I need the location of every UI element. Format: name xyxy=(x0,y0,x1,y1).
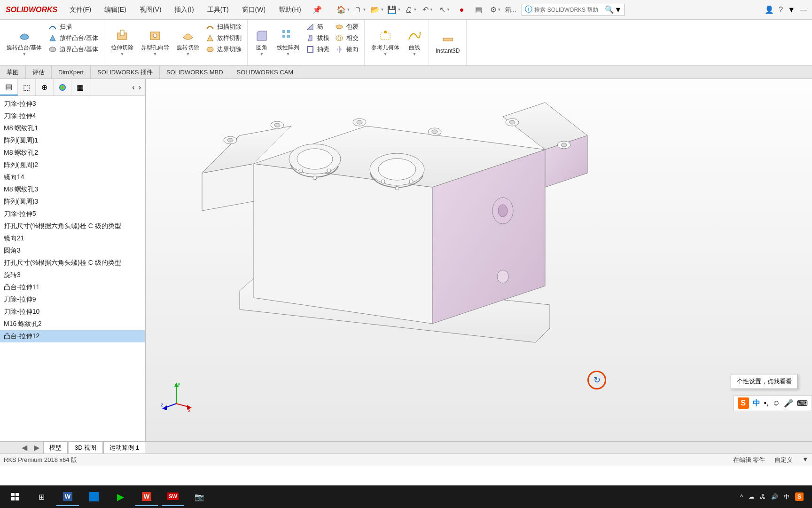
ime-punct-icon[interactable]: •, xyxy=(764,399,769,407)
taskview-icon[interactable]: ⊞ xyxy=(30,487,53,506)
ime-emoji-icon[interactable]: ☺ xyxy=(773,399,780,407)
menu-edit[interactable]: 编辑(E) xyxy=(98,0,133,19)
tab-mbd[interactable]: SOLIDWORKS MBD xyxy=(160,66,230,79)
feature-tree-tab-icon[interactable]: ▤ xyxy=(0,79,18,95)
tree-item[interactable]: 刀除-拉伸4 xyxy=(0,110,145,122)
user-icon[interactable]: 👤 xyxy=(765,5,774,14)
save-icon[interactable]: 💾▼ xyxy=(387,3,402,16)
tree-item[interactable]: 打孔尺寸(%根据六角头螺)栓 C 级的类型 xyxy=(0,220,145,232)
ime-mic-icon[interactable]: 🎤 xyxy=(784,399,793,408)
tree-item[interactable]: 阵列(圆周)2 xyxy=(0,159,145,171)
tree-item[interactable]: 凸台-拉伸11 xyxy=(0,281,145,294)
3d-viewport[interactable]: y x z ↻ xyxy=(146,79,812,441)
popup-tip[interactable]: 个性设置，点我看看 xyxy=(731,374,798,389)
tree-item[interactable]: M8 螺纹孔1 xyxy=(0,122,145,135)
select-icon[interactable]: ↖▼ xyxy=(437,3,453,16)
boundary-boss-button[interactable]: 边界凸台/基体 xyxy=(46,44,101,55)
intersect-button[interactable]: 相交 xyxy=(332,33,361,43)
extrude-cut-button[interactable]: 拉伸切除 ▼ xyxy=(107,22,137,64)
menu-file[interactable]: 文件(F) xyxy=(63,0,98,19)
menu-insert[interactable]: 插入(I) xyxy=(168,0,200,19)
tab-evaluate[interactable]: 评估 xyxy=(26,66,52,79)
help-drop-icon[interactable]: ▼ xyxy=(788,6,795,14)
instant3d-button[interactable]: Instant3D xyxy=(432,30,463,56)
ref-geom-button[interactable]: 参考几何体 ▼ xyxy=(367,22,403,64)
rebuild-icon[interactable]: ● xyxy=(454,3,469,16)
menu-view[interactable]: 视图(V) xyxy=(133,0,168,19)
rib-button[interactable]: 筋 xyxy=(303,22,332,32)
camera-icon[interactable]: 📷 xyxy=(188,487,211,506)
tree-item[interactable]: 镜向21 xyxy=(0,232,145,245)
tree-item[interactable]: 刀除-拉伸10 xyxy=(0,306,145,318)
tree-item[interactable]: 旋转3 xyxy=(0,269,145,281)
tray-cloud-icon[interactable]: ☁ xyxy=(749,493,754,500)
next-tab-icon[interactable]: › xyxy=(137,83,143,92)
tabs-right-icon[interactable]: ▶ xyxy=(31,443,42,452)
ime-lang[interactable]: 中 xyxy=(753,398,760,408)
tree-item[interactable]: 刀除-拉伸5 xyxy=(0,208,145,220)
tree-item[interactable]: M8 螺纹孔2 xyxy=(0,147,145,159)
search-box[interactable]: ⓘ 🔍▼ xyxy=(522,4,625,16)
curves-button[interactable]: 曲线 ▼ xyxy=(403,22,426,64)
tab-addins[interactable]: SOLIDWORKS 插件 xyxy=(91,66,160,79)
inspect-tab-icon[interactable]: ▦ xyxy=(71,79,89,95)
sweep-cut-button[interactable]: 扫描切除 xyxy=(203,22,244,32)
tree-item[interactable]: M8 螺纹孔3 xyxy=(0,183,145,196)
tray-up-icon[interactable]: ^ xyxy=(740,493,743,500)
tree-item[interactable]: 圆角3 xyxy=(0,245,145,257)
undo-icon[interactable]: ↶▼ xyxy=(421,3,436,16)
open-icon[interactable]: 📂▼ xyxy=(370,3,385,16)
menu-window[interactable]: 窗口(W) xyxy=(235,0,273,19)
tab-dimxpert[interactable]: DimXpert xyxy=(52,66,91,79)
wps-icon[interactable]: W xyxy=(135,487,158,506)
orientation-triad[interactable]: y x z xyxy=(160,380,193,413)
appearance-tab-icon[interactable] xyxy=(54,79,71,95)
feature-tree[interactable]: 刀除-拉伸3刀除-拉伸4M8 螺纹孔1阵列(圆周)1M8 螺纹孔2阵列(圆周)2… xyxy=(0,96,145,441)
tree-item[interactable]: 镜向14 xyxy=(0,171,145,183)
loft-cut-button[interactable]: 放样切割 xyxy=(203,33,244,43)
ime-keyboard-icon[interactable]: ⌨ xyxy=(797,399,808,408)
tree-item[interactable]: 凸台-拉伸12 xyxy=(0,330,145,342)
revolve-boss-button[interactable]: 旋转凸台/基体 ▼ xyxy=(3,22,46,64)
start-icon[interactable] xyxy=(4,487,26,506)
fillet-button[interactable]: 圆角 ▼ xyxy=(250,22,273,64)
hole-wizard-button[interactable]: 异型孔向导 ▼ xyxy=(137,22,173,64)
pin-icon[interactable]: 📌 xyxy=(308,5,327,14)
tab-sketch[interactable]: 草图 xyxy=(0,66,26,79)
status-custom[interactable]: 自定义 xyxy=(774,456,793,464)
tree-item[interactable]: 刀除-拉伸9 xyxy=(0,294,145,306)
tree-item[interactable]: 打孔尺寸(%根据六角头螺)栓 C 级的类型 xyxy=(0,257,145,269)
search-icon[interactable]: 🔍▼ xyxy=(605,5,622,14)
settings-icon[interactable]: ⚙▼ xyxy=(488,3,503,16)
print-icon[interactable]: 🖨▼ xyxy=(404,3,419,16)
tray-ime-logo-icon[interactable]: S xyxy=(795,492,804,501)
loft-boss-button[interactable]: 放样凸台/基体 xyxy=(46,33,101,43)
config-tab-icon[interactable]: ⊕ xyxy=(36,79,54,95)
linear-pattern-button[interactable]: 线性阵列 ▼ xyxy=(273,22,303,64)
menu-tools[interactable]: 工具(T) xyxy=(201,0,235,19)
tray-net-icon[interactable]: 🖧 xyxy=(760,493,765,500)
media-icon[interactable]: ▶ xyxy=(109,487,132,506)
solidworks-icon[interactable]: SW xyxy=(162,487,184,506)
home-icon[interactable]: 🏠▼ xyxy=(336,3,351,16)
tabs-left-icon[interactable]: ◀ xyxy=(19,443,30,452)
new-icon[interactable]: 🗋▼ xyxy=(353,3,368,16)
tab-cam[interactable]: SOLIDWORKS CAM xyxy=(230,66,301,79)
tree-item[interactable]: M16 螺纹孔2 xyxy=(0,318,145,330)
tray-vol-icon[interactable]: 🔊 xyxy=(771,493,778,500)
wrap-button[interactable]: 包覆 xyxy=(332,22,361,32)
draft-button[interactable]: 拔模 xyxy=(303,33,332,43)
revolve-cut-button[interactable]: 旋转切除 ▼ xyxy=(173,22,203,64)
property-tab-icon[interactable]: ⬚ xyxy=(18,79,36,95)
minimize-icon[interactable]: — xyxy=(800,6,807,14)
sweep-button[interactable]: 扫描 xyxy=(46,22,101,32)
ime-bar[interactable]: S 中 •, ☺ 🎤 ⌨ xyxy=(734,395,812,411)
options-list-icon[interactable]: ▤ xyxy=(471,3,486,16)
boundary-cut-button[interactable]: 边界切除 xyxy=(203,44,244,55)
tree-item[interactable]: 阵列(圆周)3 xyxy=(0,196,145,208)
tab-3dview[interactable]: 3D 视图 xyxy=(69,442,102,453)
tab-motion1[interactable]: 运动算例 1 xyxy=(103,442,145,453)
menu-help[interactable]: 帮助(H) xyxy=(272,0,307,19)
box-label[interactable]: 箱... xyxy=(505,3,516,16)
shell-button[interactable]: 抽壳 xyxy=(303,44,332,55)
